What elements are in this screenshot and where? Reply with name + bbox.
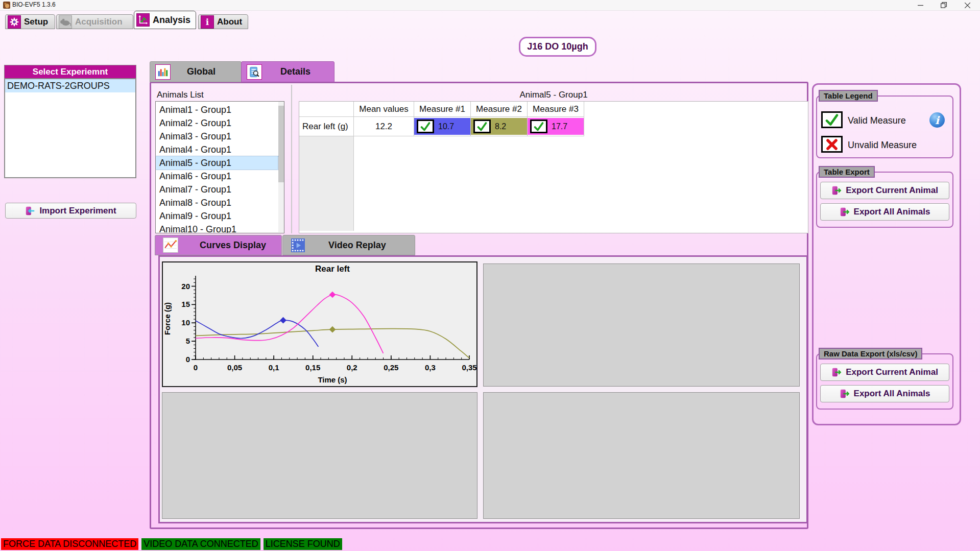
raw-export-all-button[interactable]: Export All Animals (820, 385, 949, 402)
export-icon (831, 185, 842, 196)
animal-list-item[interactable]: Animal10 - Group1 (156, 223, 278, 233)
measure-value: 8.2 (495, 122, 506, 131)
tab-details-label: Details (280, 66, 310, 77)
header-mean-values: Mean values (354, 102, 414, 117)
invalid-measure-checkbox (821, 136, 843, 153)
measure-table-row: Rear left (g) 12.2 10.78.217.7 (299, 117, 808, 136)
tab-video-replay-label: Video Replay (328, 240, 386, 251)
valid-check-icon[interactable] (530, 119, 547, 133)
import-icon (25, 206, 35, 216)
empty-chart-panel-bottom-right (483, 392, 800, 519)
tab-about[interactable]: i About (198, 14, 248, 29)
svg-text:0,15: 0,15 (305, 363, 320, 372)
svg-text:5: 5 (186, 337, 190, 345)
svg-text:0,1: 0,1 (269, 363, 279, 372)
animal-list-item[interactable]: Animal2 - Group1 (156, 116, 278, 130)
export-icon (840, 207, 850, 217)
raw-export-current-button[interactable]: Export Current Animal (820, 364, 949, 381)
invalid-measure-label: Unvalid Measure (848, 140, 917, 151)
table-export-current-button[interactable]: Export Current Animal (820, 182, 949, 199)
tab-global[interactable]: Global (150, 61, 242, 82)
minimize-button[interactable] (909, 0, 932, 10)
measure-table-header: Mean values Measure #1 Measure #2 Measur… (299, 102, 808, 117)
animal-list-item[interactable]: Animal1 - Group1 (156, 103, 278, 116)
select-experiment-header: Select Experiemnt (4, 65, 136, 79)
chart-rear-left: Rear left00,050,10,150,20,250,30,3505101… (162, 261, 477, 387)
measure-cell-2[interactable]: 8.2 (471, 117, 528, 136)
status-force-data: FORCE DATA DISCONNECTED (1, 538, 138, 550)
svg-text:15: 15 (181, 300, 190, 308)
tab-setup[interactable]: Setup (5, 14, 55, 29)
title-bar: BIO-EVF5 1.3.6 (0, 0, 980, 11)
experiment-badge: J16 DO 10µgh (519, 37, 596, 57)
raw-export-all-label: Export All Animals (854, 389, 930, 399)
animals-list-label: Animals List (157, 90, 204, 100)
export-icon (831, 367, 842, 377)
svg-text:0,35: 0,35 (462, 363, 476, 372)
animal-list-item[interactable]: Animal4 - Group1 (156, 143, 278, 156)
tab-analysis[interactable]: Analysis (134, 11, 196, 29)
svg-text:0,2: 0,2 (347, 363, 357, 372)
svg-text:20: 20 (181, 282, 190, 291)
import-experiment-button[interactable]: Import Experiment (5, 203, 136, 219)
measure-cell-1[interactable]: 10.7 (414, 117, 471, 136)
export-icon (840, 389, 850, 399)
svg-text:0,05: 0,05 (227, 363, 242, 372)
app-window: BIO-EVF5 1.3.6 Setup Acquisition Analysi… (0, 0, 980, 551)
restore-button[interactable] (932, 0, 955, 10)
experiment-list[interactable]: DEMO-RATS-2GROUPS (4, 78, 136, 178)
table-export-chip: Table Export (819, 166, 875, 178)
svg-text:Force (g): Force (g) (163, 302, 172, 335)
mean-value: 12.2 (354, 117, 414, 136)
animal-list-item[interactable]: Animal6 - Group1 (156, 170, 278, 183)
animals-scrollbar[interactable] (278, 102, 284, 232)
tab-about-label: About (217, 17, 242, 27)
table-export-all-button[interactable]: Export All Animals (820, 203, 949, 221)
row-header-filler (299, 136, 354, 231)
status-license: LICENSE FOUND (264, 538, 342, 550)
tab-setup-label: Setup (24, 17, 48, 27)
animal-list-item[interactable]: Animal5 - Group1 (156, 156, 278, 170)
tab-details[interactable]: Details (241, 61, 334, 82)
empty-chart-panel-top-right (483, 263, 800, 387)
table-export-current-label: Export Current Animal (846, 185, 938, 196)
animal-list-item[interactable]: Animal9 - Group1 (156, 209, 278, 223)
scrollbar-thumb[interactable] (278, 106, 284, 182)
tab-analysis-label: Analysis (153, 15, 190, 26)
tab-acquisition-label: Acquisition (75, 17, 123, 27)
tab-curves-display-label: Curves Display (200, 240, 266, 251)
valid-check-icon[interactable] (473, 119, 491, 133)
info-letter-icon: i (201, 15, 214, 29)
svg-text:10: 10 (181, 318, 190, 327)
tab-global-label: Global (187, 66, 216, 77)
empty-chart-panel-bottom-left (162, 392, 477, 519)
experiment-item[interactable]: DEMO-RATS-2GROUPS (5, 79, 135, 92)
info-icon[interactable]: i (929, 112, 945, 128)
measure-table: Mean values Measure #1 Measure #2 Measur… (299, 101, 808, 233)
raw-export-current-label: Export Current Animal (846, 367, 938, 377)
status-bar: FORCE DATA DISCONNECTEDVIDEO DATA CONNEC… (1, 538, 342, 550)
svg-text:0: 0 (186, 355, 190, 364)
tab-video-replay[interactable]: Video Replay (282, 235, 415, 255)
svg-text:0,25: 0,25 (384, 363, 398, 372)
measure-cell-3[interactable]: 17.7 (528, 117, 584, 136)
bar-chart-icon (155, 64, 171, 80)
close-button[interactable] (955, 0, 980, 10)
force-time-chart: Rear left00,050,10,150,20,250,30,3505101… (163, 262, 476, 386)
animal-list-item[interactable]: Animal3 - Group1 (156, 130, 278, 143)
row-label: Rear left (g) (299, 117, 354, 136)
document-search-icon (247, 64, 262, 80)
svg-text:0,3: 0,3 (425, 363, 436, 372)
header-measure-3: Measure #3 (528, 102, 584, 117)
tab-curves-display[interactable]: Curves Display (155, 235, 282, 255)
video-film-icon (291, 238, 305, 252)
valid-check-icon[interactable] (417, 119, 434, 133)
animals-list[interactable]: Animal1 - Group1Animal2 - Group1Animal3 … (155, 101, 284, 233)
valid-measure-label: Valid Measure (848, 115, 906, 126)
animal-list-item[interactable]: Animal7 - Group1 (156, 183, 278, 196)
tab-acquisition[interactable]: Acquisition (56, 14, 133, 29)
panel-splitter[interactable] (291, 85, 292, 233)
measure-value: 17.7 (552, 122, 567, 131)
animal-list-item[interactable]: Animal8 - Group1 (156, 196, 278, 209)
table-legend-chip: Table Legend (819, 90, 878, 102)
